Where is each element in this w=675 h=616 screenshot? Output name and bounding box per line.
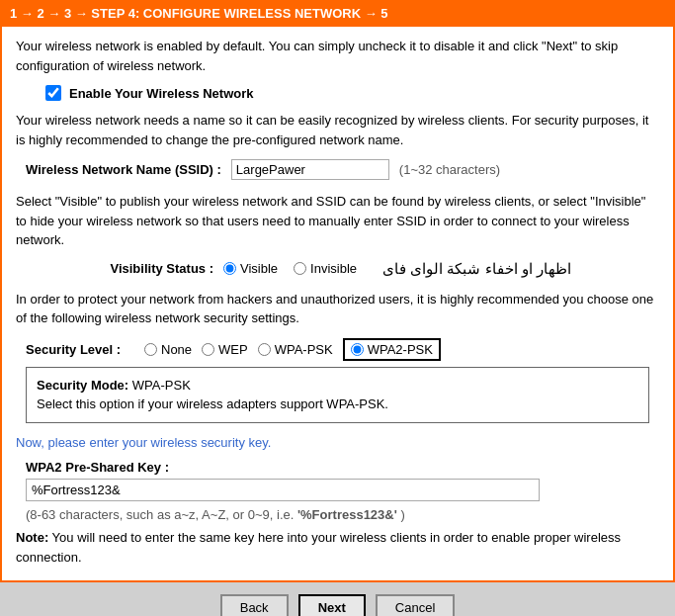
security-wep-label: WEP <box>218 342 248 357</box>
wpa-key-hint-end: ) <box>400 507 404 522</box>
note-bold: Note: <box>16 530 48 545</box>
ssid-input[interactable] <box>231 159 389 180</box>
ssid-section-text: Your wireless network needs a name so it… <box>16 111 659 149</box>
note-body: You will need to enter the same key here… <box>16 530 621 565</box>
footer-buttons: Back Next Cancel <box>0 582 675 616</box>
security-wpa2psk-radio[interactable] <box>351 343 364 356</box>
security-wep-option[interactable]: WEP <box>202 342 248 357</box>
security-wpa2psk-option[interactable]: WPA2-PSK <box>343 338 441 361</box>
visibility-label: Visibility Status : <box>26 261 223 276</box>
security-wpapsk-label: WPA-PSK <box>275 342 333 357</box>
visibility-visible-label: Visible <box>240 261 278 276</box>
security-none-radio[interactable] <box>144 343 157 356</box>
ssid-label: Wireless Network Name (SSID) : <box>26 162 231 177</box>
security-level-row: Security Level : None WEP WPA-PSK WPA2-P… <box>26 338 659 361</box>
visibility-section-text: Select "Visible" to publish your wireles… <box>16 192 659 250</box>
wpa-key-input[interactable] <box>26 479 540 501</box>
security-wpapsk-radio[interactable] <box>258 343 271 356</box>
security-level-label: Security Level : <box>26 342 144 357</box>
security-wep-radio[interactable] <box>202 343 214 356</box>
visibility-invisible-radio[interactable] <box>294 262 306 275</box>
header-bar: 1 → 2 → 3 → STEP 4: CONFIGURE WIRELESS N… <box>0 0 675 27</box>
visibility-invisible-option[interactable]: Invisible <box>294 261 357 276</box>
cancel-button[interactable]: Cancel <box>376 594 455 616</box>
security-wpapsk-option[interactable]: WPA-PSK <box>258 342 333 357</box>
back-button[interactable]: Back <box>220 594 289 616</box>
security-none-option[interactable]: None <box>144 342 192 357</box>
main-content: Your wireless network is enabled by defa… <box>0 27 675 582</box>
security-mode-label: Security Mode: <box>37 378 128 393</box>
security-none-label: None <box>161 342 192 357</box>
ssid-hint: (1~32 characters) <box>399 162 500 177</box>
visibility-options: Visible Invisible اظهار او اخفاء شبكة ال… <box>223 260 659 278</box>
wpa-key-hint-bold: '%Fortress123&' <box>297 507 397 522</box>
visibility-invisible-label: Invisible <box>310 261 357 276</box>
wpa-key-hint-text: (8-63 characters, such as a~z, A~Z, or 0… <box>26 507 294 522</box>
visibility-visible-radio[interactable] <box>223 262 236 275</box>
security-section-text: In order to protect your network from ha… <box>16 290 659 328</box>
visibility-row: Visibility Status : Visible Invisible اظ… <box>26 260 659 278</box>
wpa-key-intro-text: Now, please enter your wireless security… <box>16 433 659 453</box>
enable-wireless-label: Enable Your Wireless Network <box>69 86 254 101</box>
security-wpa2psk-label: WPA2-PSK <box>368 342 433 357</box>
enable-wireless-checkbox[interactable] <box>45 85 61 101</box>
security-mode-description: Select this option if your wireless adap… <box>37 395 638 414</box>
security-mode-line: Security Mode: WPA-PSK <box>37 376 638 396</box>
security-mode-box: Security Mode: WPA-PSK Select this optio… <box>26 367 649 423</box>
wpa-key-intro-span: Now, please enter your wireless security… <box>16 435 271 450</box>
intro-text: Your wireless network is enabled by defa… <box>16 37 659 75</box>
wpa-key-label: WPA2 Pre-Shared Key : <box>26 460 169 475</box>
security-options: None WEP WPA-PSK WPA2-PSK <box>144 338 441 361</box>
security-mode-value: WPA-PSK <box>132 378 191 393</box>
visibility-visible-option[interactable]: Visible <box>223 261 278 276</box>
wpa-key-hint: (8-63 characters, such as a~z, A~Z, or 0… <box>26 507 659 522</box>
wpa-key-row: WPA2 Pre-Shared Key : <box>26 460 659 501</box>
enable-checkbox-row: Enable Your Wireless Network <box>45 85 659 101</box>
header-title: 1 → 2 → 3 → STEP 4: CONFIGURE WIRELESS N… <box>10 6 388 21</box>
arabic-visibility-text: اظهار او اخفاء شبكة الواى فاى <box>382 260 571 278</box>
next-button[interactable]: Next <box>298 594 366 616</box>
ssid-row: Wireless Network Name (SSID) : (1~32 cha… <box>26 159 659 180</box>
note-text: Note: You will need to enter the same ke… <box>16 528 659 567</box>
